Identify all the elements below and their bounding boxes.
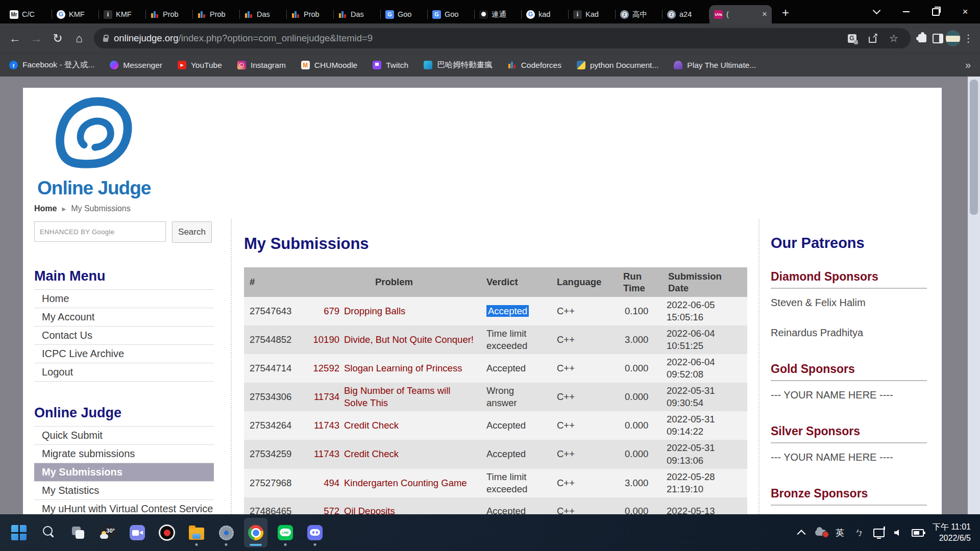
bookmark[interactable]: f Facebook - 登入或...	[9, 60, 94, 70]
submission-row[interactable]: 27486465 572 Oil Deposits Accepted C++ 0…	[244, 497, 747, 514]
share-icon[interactable]: ↗	[865, 31, 880, 46]
submission-row[interactable]: 27534259 11743 Credit Check Accepted C++…	[244, 440, 747, 468]
problem-title-link[interactable]: Credit Check	[344, 448, 399, 460]
problem-title-link[interactable]: Dropping Balls	[344, 305, 405, 317]
taskbar-screen-recorder[interactable]	[155, 518, 179, 547]
sidebar-menu-item[interactable]: Home	[34, 289, 214, 308]
breadcrumb-home-link[interactable]: Home	[34, 204, 57, 213]
tab-close-icon[interactable]: ×	[762, 9, 767, 19]
maximize-button[interactable]	[921, 0, 950, 23]
new-tab-button[interactable]: +	[777, 4, 794, 21]
problem-title-link[interactable]: Oil Deposits	[344, 505, 395, 514]
browser-tab[interactable]: UVa ( ×	[709, 5, 772, 23]
browser-tab[interactable]: Z a24 ×	[663, 5, 709, 23]
bookmark[interactable]: ▶ YouTube	[178, 61, 222, 70]
problem-number-link[interactable]: 572	[313, 505, 339, 514]
extensions-puzzle-icon[interactable]	[915, 31, 930, 46]
taskbar-task-view[interactable]	[66, 518, 90, 547]
back-button[interactable]: ←	[4, 28, 26, 49]
close-button[interactable]: ×	[950, 0, 980, 23]
bookmark-star-icon[interactable]: ☆	[886, 31, 901, 46]
tray-cast-display[interactable]	[870, 521, 888, 544]
bookmark[interactable]: 巴哈姆特動畫瘋	[424, 60, 493, 70]
browser-tab[interactable]: 連通 ×	[475, 5, 522, 23]
taskbar-file-explorer[interactable]	[185, 518, 208, 547]
online-judge-logo[interactable]	[55, 94, 132, 177]
problem-title-link[interactable]: Big Number of Teams will Solve This	[344, 385, 475, 409]
bookmark[interactable]: Codeforces	[508, 61, 561, 70]
taskbar-video-app[interactable]	[126, 518, 149, 547]
browser-tab[interactable]: G kad ×	[522, 5, 569, 23]
sidebar-menu-item[interactable]: My Submissions	[34, 463, 214, 481]
url-text[interactable]: onlinejudge.org/index.php?option=com_onl…	[114, 33, 373, 44]
tray-ime-english[interactable]: 英	[831, 521, 849, 544]
forward-button[interactable]: →	[26, 28, 47, 49]
browser-tab[interactable]: Prob ×	[146, 5, 193, 23]
bookmark[interactable]: Instagram	[237, 61, 286, 70]
sidebar-menu-item[interactable]: ICPC Live Archive	[34, 344, 214, 363]
problem-number-link[interactable]: 12592	[313, 362, 339, 374]
tray-onedrive-error[interactable]	[812, 521, 829, 544]
site-search-input[interactable]	[34, 221, 166, 242]
browser-tab[interactable]: Prob ×	[287, 5, 334, 23]
sidebar-menu-item[interactable]: My uHunt with Virtual Contest Service	[34, 499, 214, 514]
bookmarks-overflow-icon[interactable]: »	[959, 59, 971, 71]
browser-tab[interactable]: Z 高中 ×	[616, 5, 663, 23]
reload-button[interactable]: ↻	[47, 28, 68, 49]
taskbar-discord[interactable]	[303, 518, 327, 547]
taskbar-weather-widget[interactable]: 30°	[96, 518, 119, 547]
sidebar-menu-item[interactable]: Migrate submissions	[34, 444, 214, 463]
bookmark[interactable]: M CHUMoodle	[301, 61, 357, 70]
bookmark[interactable]: python Document...	[577, 61, 658, 70]
home-button[interactable]: ⌂	[68, 28, 90, 49]
tray-hidden-icons[interactable]	[793, 521, 810, 544]
tray-battery[interactable]	[909, 521, 926, 544]
tray-volume[interactable]	[890, 521, 907, 544]
taskbar-chrome[interactable]	[244, 518, 267, 547]
submission-row[interactable]: 27544852 10190 Divide, But Not Quite Con…	[244, 325, 747, 354]
tab-search-chevron-icon[interactable]	[862, 0, 891, 23]
taskbar-start-button[interactable]	[7, 518, 31, 547]
browser-tab[interactable]: Das ×	[240, 5, 287, 23]
tray-ime-bopomofo[interactable]: ㄅ	[851, 521, 868, 544]
browser-tab[interactable]: G Goo ×	[428, 5, 475, 23]
taskbar-clock[interactable]: 下午 11:01 2022/6/5	[933, 521, 973, 543]
problem-number-link[interactable]: 11734	[313, 391, 339, 403]
bookmark[interactable]: Messenger	[110, 61, 162, 70]
browser-menu-icon[interactable]: ⋮	[961, 31, 976, 46]
browser-tab[interactable]: G KMF ×	[52, 5, 99, 23]
address-bar[interactable]: onlinejudge.org/index.php?option=com_onl…	[94, 28, 911, 48]
translate-icon[interactable]: G	[844, 31, 860, 46]
lock-icon[interactable]	[103, 38, 108, 42]
taskbar-line[interactable]: LINE	[274, 518, 297, 547]
problem-number-link[interactable]: 679	[313, 305, 339, 317]
sidebar-menu-item[interactable]: My Account	[34, 308, 214, 326]
problem-title-link[interactable]: Slogan Learning of Princess	[344, 362, 462, 374]
browser-tab[interactable]: Prob ×	[193, 5, 240, 23]
taskbar-search[interactable]	[37, 518, 60, 547]
browser-tab[interactable]: Das ×	[334, 5, 381, 23]
browser-tab[interactable]: i Kad ×	[569, 5, 616, 23]
site-search-button[interactable]: Search	[172, 221, 212, 243]
submission-row[interactable]: 27534306 11734 Big Number of Teams will …	[244, 383, 747, 411]
submission-row[interactable]: 27544714 12592 Slogan Learning of Prince…	[244, 354, 747, 383]
submission-row[interactable]: 27527968 494 Kindergarten Counting Game …	[244, 469, 747, 497]
sidebar-menu-item[interactable]: Contact Us	[34, 326, 214, 344]
sidebar-menu-item[interactable]: Quick Submit	[34, 426, 214, 444]
side-panel-icon[interactable]	[930, 31, 945, 46]
problem-number-link[interactable]: 494	[313, 477, 339, 489]
sidebar-menu-item[interactable]: My Statistics	[34, 481, 214, 499]
profile-avatar[interactable]	[945, 31, 961, 46]
page-scrollbar[interactable]	[968, 77, 980, 514]
problem-number-link[interactable]: 10190	[313, 334, 339, 346]
bookmark[interactable]: Play The Ultimate...	[674, 61, 756, 70]
browser-tab[interactable]: i KMF ×	[99, 5, 146, 23]
problem-title-link[interactable]: Kindergarten Counting Game	[344, 477, 467, 489]
taskbar-settings[interactable]	[214, 518, 238, 547]
problem-number-link[interactable]: 11743	[313, 419, 339, 432]
bookmark[interactable]: Twitch	[373, 61, 408, 70]
scrollbar-thumb[interactable]	[970, 80, 978, 215]
browser-tab[interactable]: G Goo ×	[381, 5, 428, 23]
browser-tab[interactable]: Mr C/C ×	[5, 5, 52, 23]
minimize-button[interactable]	[891, 0, 921, 23]
